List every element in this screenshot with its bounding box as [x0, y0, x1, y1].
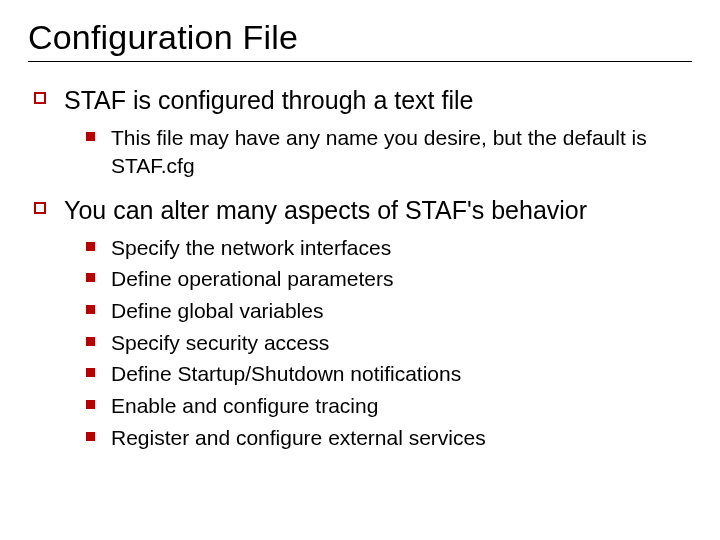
filled-square-icon	[86, 368, 95, 377]
filled-square-icon	[86, 337, 95, 346]
filled-square-icon	[86, 305, 95, 314]
slide-title: Configuration File	[28, 18, 692, 57]
bullet-text: Define global variables	[111, 297, 323, 325]
bullet-text: Specify the network interfaces	[111, 234, 391, 262]
bullet-text: Specify security access	[111, 329, 329, 357]
bullet-text: STAF is configured through a text file	[64, 84, 473, 116]
bullet-text: Register and configure external services	[111, 424, 486, 452]
title-underline	[28, 61, 692, 62]
bullet-level1: STAF is configured through a text file	[28, 84, 692, 116]
bullet-level2: Define global variables	[28, 297, 692, 325]
filled-square-icon	[86, 400, 95, 409]
bullet-level2: Specify the network interfaces	[28, 234, 692, 262]
bullet-text: This file may have any name you desire, …	[111, 124, 692, 179]
filled-square-icon	[86, 273, 95, 282]
hollow-square-icon	[34, 92, 46, 104]
bullet-level2: Enable and configure tracing	[28, 392, 692, 420]
bullet-text: Enable and configure tracing	[111, 392, 378, 420]
hollow-square-icon	[34, 202, 46, 214]
bullet-text: Define Startup/Shutdown notifications	[111, 360, 461, 388]
bullet-level1: You can alter many aspects of STAF's beh…	[28, 194, 692, 226]
filled-square-icon	[86, 242, 95, 251]
slide: Configuration File STAF is configured th…	[0, 0, 720, 540]
bullet-level2: This file may have any name you desire, …	[28, 124, 692, 179]
bullet-text: Define operational parameters	[111, 265, 394, 293]
filled-square-icon	[86, 432, 95, 441]
bullet-text: You can alter many aspects of STAF's beh…	[64, 194, 587, 226]
bullet-level2: Define Startup/Shutdown notifications	[28, 360, 692, 388]
filled-square-icon	[86, 132, 95, 141]
bullet-level2: Specify security access	[28, 329, 692, 357]
bullet-level2: Register and configure external services	[28, 424, 692, 452]
bullet-level2: Define operational parameters	[28, 265, 692, 293]
